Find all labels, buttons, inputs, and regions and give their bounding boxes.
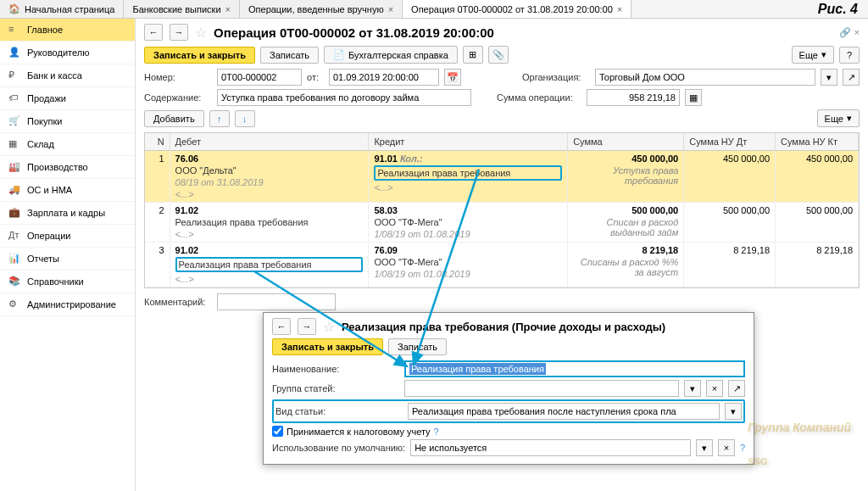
- number-input[interactable]: [217, 69, 302, 86]
- attach-button[interactable]: 📎: [488, 46, 509, 64]
- window-close-icon[interactable]: ×: [854, 27, 860, 38]
- move-up-button[interactable]: ↑: [209, 110, 230, 127]
- menu-icon: ≡: [8, 24, 20, 36]
- sidebar-item-assets[interactable]: 🚚ОС и НМА: [0, 179, 135, 202]
- tab-label: Операция 0Т00-000002 от 31.08.2019 20:00…: [411, 4, 613, 14]
- sidebar-item-main[interactable]: ≡Главное: [0, 19, 135, 42]
- sum-input[interactable]: [587, 89, 680, 106]
- sidebar-item-operations[interactable]: ДтОперации: [0, 225, 135, 248]
- date-input[interactable]: [329, 69, 439, 86]
- th-debit[interactable]: Дебет: [170, 133, 370, 150]
- star-icon[interactable]: ☆: [323, 319, 335, 335]
- popup-group-input[interactable]: [404, 380, 679, 397]
- tab-bank[interactable]: Банковские выписки×: [124, 0, 240, 18]
- open-ref-icon[interactable]: ↗: [728, 380, 745, 397]
- number-label: Номер:: [144, 72, 212, 82]
- sidebar-item-manager[interactable]: 👤Руководителю: [0, 42, 135, 64]
- sidebar-item-purchases[interactable]: 🛒Покупки: [0, 110, 135, 133]
- sidebar-item-bank[interactable]: ₽Банк и касса: [0, 64, 135, 87]
- accounting-ref-button[interactable]: 📄 Бухгалтерская справка: [324, 46, 458, 64]
- figure-label: Рис. 4: [818, 2, 858, 17]
- popup-name-input[interactable]: Реализация права требования: [404, 360, 745, 377]
- cart-icon: 🛒: [8, 115, 20, 127]
- forward-button[interactable]: →: [170, 24, 188, 41]
- dropdown-icon[interactable]: ▾: [821, 69, 837, 86]
- close-icon[interactable]: ×: [617, 4, 622, 14]
- sidebar-item-warehouse[interactable]: ▦Склад: [0, 133, 135, 156]
- popup-forward-button[interactable]: →: [298, 318, 316, 335]
- comment-input[interactable]: [217, 293, 336, 310]
- entries-table: N Дебет Кредит Сумма Сумма НУ Дт Сумма Н…: [144, 132, 860, 288]
- table-row[interactable]: 391.02Реализация права требования<...>76…: [145, 243, 859, 287]
- th-nu-dt[interactable]: Сумма НУ Дт: [684, 133, 776, 150]
- back-button[interactable]: ←: [144, 24, 163, 41]
- desc-input[interactable]: [217, 89, 471, 106]
- popup-save-button[interactable]: Записать: [388, 338, 447, 355]
- table-row[interactable]: 176.06ООО "Дельта"08/19 от 31.08.2019<..…: [145, 151, 859, 203]
- from-label: от:: [307, 72, 324, 82]
- popup-title: Реализация права требования (Прочие дохо…: [342, 321, 665, 333]
- th-sum[interactable]: Сумма: [568, 133, 684, 150]
- help-icon[interactable]: ?: [740, 443, 745, 453]
- open-ref-icon[interactable]: ↗: [843, 69, 860, 86]
- factory-icon: 🏭: [8, 161, 20, 173]
- move-down-button[interactable]: ↓: [235, 110, 255, 127]
- popup-tax-checkbox[interactable]: [272, 426, 283, 437]
- sidebar-item-admin[interactable]: ⚙Администрирование: [0, 293, 135, 316]
- clear-icon[interactable]: ×: [706, 380, 723, 397]
- tab-label: Операции, введенные вручную: [248, 4, 384, 14]
- sidebar-item-salary[interactable]: 💼Зарплата и кадры: [0, 202, 135, 225]
- sidebar: ≡Главное 👤Руководителю ₽Банк и касса 🏷Пр…: [0, 19, 136, 491]
- tag-icon: 🏷: [8, 92, 20, 104]
- more-button[interactable]: Еще ▾: [792, 46, 834, 64]
- popup-type-input[interactable]: [408, 403, 720, 420]
- org-label: Организация:: [522, 72, 590, 82]
- close-icon[interactable]: ×: [225, 4, 231, 14]
- dropdown-icon[interactable]: ▾: [696, 439, 713, 456]
- sidebar-item-sales[interactable]: 🏷Продажи: [0, 87, 135, 110]
- dropdown-icon[interactable]: ▾: [725, 403, 742, 420]
- help-button[interactable]: ?: [839, 47, 860, 64]
- save-close-button[interactable]: Записать и закрыть: [144, 47, 255, 64]
- gear-icon: ⚙: [8, 299, 20, 310]
- popup-back-button[interactable]: ←: [272, 318, 291, 335]
- th-nu-kt[interactable]: Сумма НУ Кт: [776, 133, 859, 150]
- person-icon: 👤: [8, 47, 20, 59]
- clear-icon[interactable]: ×: [718, 439, 735, 456]
- ops-icon: Дт: [8, 230, 20, 242]
- sidebar-item-production[interactable]: 🏭Производство: [0, 156, 135, 179]
- sidebar-item-refs[interactable]: 📚Справочники: [0, 271, 135, 293]
- table-more-button[interactable]: Еще ▾: [817, 109, 860, 127]
- dt-kt-button[interactable]: ⊞: [463, 46, 483, 64]
- wallet-icon: 💼: [8, 207, 20, 219]
- calc-icon[interactable]: ▦: [685, 89, 702, 106]
- tab-operation[interactable]: Операция 0Т00-000002 от 31.08.2019 20:00…: [403, 0, 632, 18]
- link-icon[interactable]: 🔗: [839, 27, 851, 38]
- help-icon[interactable]: ?: [434, 427, 439, 437]
- popup-group-label: Группа статей:: [272, 383, 399, 393]
- dropdown-icon[interactable]: ▾: [684, 380, 701, 397]
- tab-bar: 🏠 Начальная страница Банковские выписки×…: [0, 0, 868, 19]
- th-n[interactable]: N: [145, 133, 170, 150]
- page-title: Операция 0Т00-000002 от 31.08.2019 20:00…: [214, 25, 494, 40]
- add-button[interactable]: Добавить: [144, 110, 204, 127]
- sum-label: Сумма операции:: [497, 92, 581, 103]
- chart-icon: 📊: [8, 253, 20, 265]
- th-credit[interactable]: Кредит: [369, 133, 568, 150]
- tab-label: Начальная страница: [25, 4, 114, 14]
- sidebar-item-reports[interactable]: 📊Отчеты: [0, 248, 135, 271]
- comment-label: Комментарий:: [144, 297, 212, 307]
- save-button[interactable]: Записать: [260, 47, 319, 64]
- popup-default-input[interactable]: [410, 439, 691, 456]
- table-row[interactable]: 291.02Реализация права требования<...>58…: [145, 203, 859, 243]
- org-input[interactable]: [595, 69, 815, 86]
- popup-save-close-button[interactable]: Записать и закрыть: [272, 338, 383, 355]
- popup-name-label: Наименование:: [272, 364, 399, 374]
- star-icon[interactable]: ☆: [195, 25, 207, 41]
- close-icon[interactable]: ×: [388, 4, 393, 14]
- tab-ops[interactable]: Операции, введенные вручную×: [240, 0, 403, 18]
- box-icon: ▦: [8, 138, 20, 150]
- tab-home[interactable]: 🏠 Начальная страница: [0, 0, 124, 18]
- calendar-icon[interactable]: 📅: [444, 69, 461, 86]
- popup-tax-label: Принимается к налоговому учету: [287, 427, 431, 437]
